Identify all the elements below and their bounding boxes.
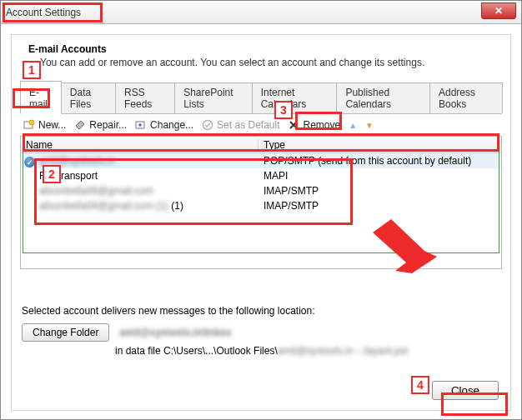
title-bar: Account Settings ✕ [1,1,521,24]
move-down-button[interactable]: ▼ [365,121,374,130]
repair-icon [74,119,86,131]
svg-point-1 [29,120,34,125]
datafile-path: in data file C:\Users\...\Outlook Files\ [115,345,278,357]
account-row[interactable]: ✓ amit@systools.in POP/SMTP (send from t… [21,153,501,168]
change-folder-button[interactable]: Change Folder [22,323,109,342]
remove-button[interactable]: Remove [288,119,340,131]
tab-strip: E-mail Data Files RSS Feeds SharePoint L… [20,80,502,114]
account-row[interactable]: alisonbella08@gmail.com IMAP/SMTP [21,183,501,198]
window-title: Account Settings [6,7,81,18]
tab-data-files[interactable]: Data Files [61,82,116,113]
change-button[interactable]: Change... [135,119,193,131]
repair-button[interactable]: Repair... [74,119,127,131]
section-heading: E-mail Accounts [28,43,499,55]
account-name-suffix: (1) [171,200,183,212]
account-row[interactable]: alisonbella08@gmail.com (1) (1) IMAP/SMT… [21,198,501,213]
remove-label: Remove [303,119,340,131]
column-name[interactable]: Name [21,139,258,151]
account-type: IMAP/SMTP [258,185,501,197]
account-type: IMAP/SMTP [258,200,501,212]
change-icon [135,119,147,131]
account-type: MAPI [258,170,501,182]
annotation-number-2: 2 [43,165,61,183]
accounts-list: Name Type ✓ amit@systools.in POP/SMTP (s… [20,136,502,269]
arrow-up-icon: ▲ [349,121,357,130]
section-subtext: You can add or remove an account. You ca… [40,57,499,68]
dialog-body: E-mail Accounts You can add or remove an… [11,34,511,411]
tab-sharepoint-lists[interactable]: SharePoint Lists [174,82,252,113]
repair-label: Repair... [89,119,127,131]
tab-email[interactable]: E-mail [20,81,62,114]
tab-address-books[interactable]: Address Books [429,82,503,113]
account-name: alisonbella08@gmail.com (1) [39,200,168,212]
account-type: POP/SMTP (send from this account by defa… [258,155,501,167]
toolbar: New... Repair... Change... Set as Defaul… [20,114,502,136]
check-circle-icon [202,119,213,131]
window-close-button[interactable]: ✕ [481,2,516,19]
new-label: New... [38,119,66,131]
tab-rss-feeds[interactable]: RSS Feeds [115,82,175,113]
account-name: alisonbella08@gmail.com [39,185,153,197]
column-type[interactable]: Type [258,139,501,151]
tab-internet-calendars[interactable]: Internet Calendars [252,82,338,113]
tab-published-calendars[interactable]: Published Calendars [336,82,430,113]
set-default-label: Set as Default [217,119,279,131]
annotation-number-3: 3 [274,101,293,119]
new-icon [23,119,35,131]
delivers-label: Selected account delivers new messages t… [22,305,505,317]
delivery-info: Selected account delivers new messages t… [22,305,505,357]
default-account-icon: ✓ [24,157,35,168]
new-button[interactable]: New... [23,119,66,131]
set-default-button[interactable]: Set as Default [202,119,279,131]
close-icon: ✕ [494,5,503,17]
column-headers: Name Type [21,137,501,153]
annotation-number-4: 4 [411,376,429,394]
remove-icon [288,119,299,131]
account-settings-window: Account Settings ✕ E-mail Accounts You c… [0,0,522,420]
annotation-number-1: 1 [23,61,41,79]
arrow-down-icon: ▼ [365,121,374,130]
change-label: Change... [150,119,193,131]
datafile-name: amit@systools.in - Jayant.pst [278,345,408,357]
move-up-button[interactable]: ▲ [349,121,357,130]
delivery-location: amit@systools.in\Inbox [119,327,231,338]
account-row[interactable]: F il Transport MAPI [21,168,501,183]
close-button[interactable]: Close [432,381,499,400]
